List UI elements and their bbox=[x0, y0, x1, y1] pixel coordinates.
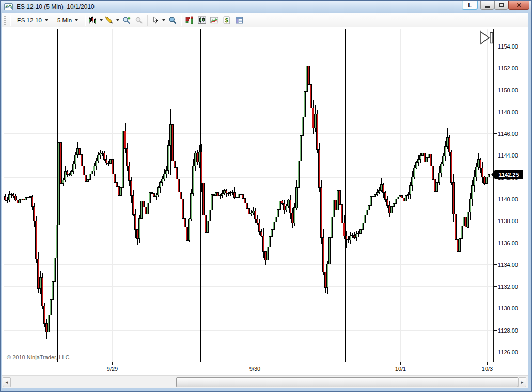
chevron-down-icon bbox=[162, 19, 165, 21]
svg-text:1138.00: 1138.00 bbox=[498, 218, 518, 224]
window-title: ES 12-10 (5 Min) 10/1/2010 bbox=[17, 1, 95, 13]
svg-text:1136.00: 1136.00 bbox=[498, 240, 518, 246]
svg-text:1148.00: 1148.00 bbox=[498, 109, 518, 115]
last-price-marker: 1142.25 bbox=[495, 170, 523, 179]
maximize-button[interactable] bbox=[494, 1, 508, 10]
close-icon: ✕ bbox=[516, 2, 521, 8]
svg-text:1154.00: 1154.00 bbox=[498, 43, 518, 50]
svg-text:1128.00: 1128.00 bbox=[498, 327, 518, 334]
svg-text:1126.00: 1126.00 bbox=[498, 349, 518, 355]
zoom-out-button[interactable] bbox=[133, 14, 145, 26]
svg-text:9/29: 9/29 bbox=[107, 366, 118, 372]
scroll-left-button[interactable]: ◄ bbox=[3, 377, 11, 387]
svg-text:10/3: 10/3 bbox=[482, 366, 493, 372]
price-axis[interactable]: 1126.001128.001130.001132.001134.001136.… bbox=[494, 43, 518, 355]
title-bar[interactable]: ES 12-10 (5 Min) 10/1/2010 L ✕ bbox=[1, 1, 531, 13]
gridlines bbox=[4, 29, 493, 362]
copyright-text: © 2010 NinjaTrader, LLC bbox=[7, 354, 69, 360]
svg-text:1132.00: 1132.00 bbox=[498, 284, 518, 290]
go-to-last-bar-icon[interactable] bbox=[481, 32, 493, 44]
zoom-in-button[interactable] bbox=[121, 14, 132, 26]
market-analyzer-icon bbox=[210, 16, 218, 24]
toolbar-grip-handle[interactable] bbox=[4, 16, 6, 25]
instrument-selector[interactable]: ES 12-10 bbox=[12, 14, 53, 26]
interval-label: 5 Min bbox=[57, 17, 72, 23]
minimize-button[interactable] bbox=[480, 1, 494, 10]
scrollbar-thumb[interactable] bbox=[176, 377, 518, 387]
minimize-icon bbox=[485, 6, 490, 8]
toolbar-separator bbox=[10, 15, 10, 26]
pencil-icon bbox=[105, 16, 113, 24]
chart-icon bbox=[198, 16, 206, 24]
zoom-in-icon bbox=[122, 16, 131, 24]
horizontal-scrollbar[interactable]: ◄ ► bbox=[2, 375, 528, 388]
close-button[interactable]: ✕ bbox=[508, 1, 529, 10]
svg-text:10/1: 10/1 bbox=[395, 366, 406, 372]
cursor-arrow-icon bbox=[151, 16, 159, 24]
chevron-down-icon bbox=[116, 19, 119, 21]
data-box-button[interactable] bbox=[167, 14, 178, 26]
magnifier-data-box-icon bbox=[168, 16, 177, 24]
chart-button[interactable] bbox=[196, 14, 208, 26]
scroll-right-button[interactable]: ► bbox=[518, 377, 526, 387]
market-analyzer-button[interactable] bbox=[209, 14, 220, 26]
zoom-out-icon bbox=[135, 16, 143, 24]
svg-text:1134.00: 1134.00 bbox=[498, 262, 518, 268]
chart-toolbar: ES 12-10 5 Min bbox=[2, 13, 528, 27]
candles bbox=[5, 45, 490, 340]
svg-text:1140.00: 1140.00 bbox=[498, 196, 518, 202]
svg-text:9/30: 9/30 bbox=[249, 366, 260, 372]
order-entry-button[interactable] bbox=[184, 14, 195, 26]
svg-text:1152.00: 1152.00 bbox=[498, 65, 518, 71]
chart-window: ES 12-10 (5 Min) 10/1/2010 L ✕ ES 12-10 … bbox=[0, 0, 532, 392]
window-link-button[interactable]: L bbox=[462, 1, 478, 10]
toolbar-separator bbox=[147, 15, 148, 26]
chevron-down-icon bbox=[100, 19, 103, 21]
chart-app-icon bbox=[4, 3, 13, 11]
toolbar-separator bbox=[85, 15, 85, 26]
chart-style-button[interactable] bbox=[88, 14, 103, 26]
account-performance-button[interactable]: $ bbox=[221, 14, 232, 26]
svg-text:$: $ bbox=[225, 17, 229, 23]
interval-selector[interactable]: 5 Min bbox=[53, 14, 83, 26]
svg-text:1144.00: 1144.00 bbox=[498, 152, 518, 159]
instrument-label: ES 12-10 bbox=[17, 17, 42, 23]
axis-lines bbox=[2, 29, 494, 362]
candlestick-style-icon bbox=[88, 16, 97, 24]
scroll-left-icon: ◄ bbox=[5, 380, 9, 385]
svg-text:1130.00: 1130.00 bbox=[498, 305, 518, 311]
chevron-down-icon bbox=[75, 19, 78, 21]
cursor-tool-button[interactable] bbox=[150, 14, 166, 26]
drawing-tools-button[interactable] bbox=[104, 14, 120, 26]
maximize-icon bbox=[499, 3, 504, 7]
chart-panel: 1126.001128.001130.001132.001134.001136.… bbox=[2, 27, 528, 375]
svg-text:1150.00: 1150.00 bbox=[498, 87, 518, 93]
scroll-right-icon: ► bbox=[520, 380, 524, 385]
svg-text:1146.00: 1146.00 bbox=[498, 131, 518, 137]
price-chart[interactable]: 1126.001128.001130.001132.001134.001136.… bbox=[2, 27, 528, 375]
order-entry-icon bbox=[185, 16, 194, 24]
dollar-icon: $ bbox=[223, 16, 231, 24]
session-break-lines bbox=[57, 29, 345, 362]
time-axis[interactable]: 9/299/3010/110/3 bbox=[107, 362, 493, 372]
chevron-down-icon bbox=[45, 19, 48, 21]
output-window-icon bbox=[235, 16, 243, 24]
toolbar-separator bbox=[181, 15, 181, 26]
output-window-button[interactable] bbox=[233, 14, 245, 26]
